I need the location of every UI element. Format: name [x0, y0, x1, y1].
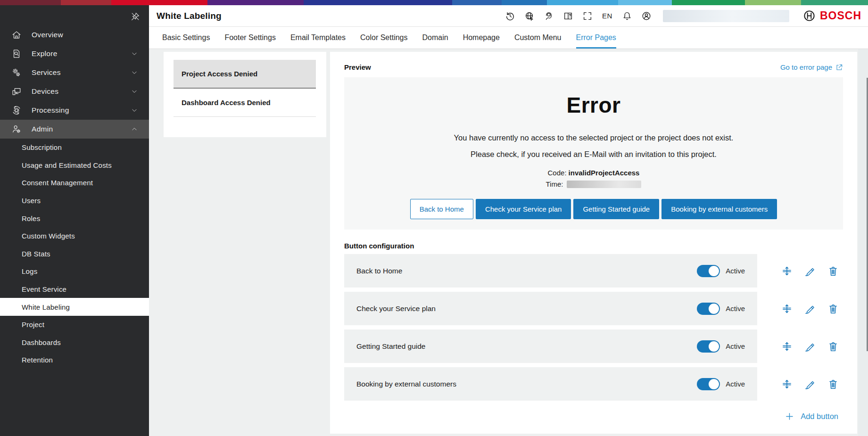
- delete-trash-icon[interactable]: [827, 378, 839, 390]
- sidebar-item-processing[interactable]: Processing: [0, 101, 149, 120]
- user-avatar-icon[interactable]: [641, 10, 652, 22]
- page-title: White Labeling: [157, 11, 222, 21]
- tab-bar: Basic Settings Footer Settings Email Tem…: [149, 27, 868, 49]
- unpin-sidebar-icon[interactable]: [130, 11, 141, 22]
- tab-footer-settings[interactable]: Footer Settings: [224, 27, 276, 49]
- sidebar-item-admin[interactable]: Admin: [0, 120, 149, 139]
- tab-homepage[interactable]: Homepage: [463, 27, 500, 49]
- reorder-icon[interactable]: [781, 340, 793, 353]
- reorder-icon[interactable]: [781, 265, 793, 277]
- status-label: Active: [726, 380, 745, 388]
- sidebar-item-label: Admin: [32, 125, 53, 133]
- error-page-detail: Preview Go to error page Error You have …: [330, 52, 857, 434]
- sidebar-item-label: Processing: [32, 106, 69, 115]
- sub-item-label: Users: [22, 197, 41, 205]
- preview-button-booking-external-customers[interactable]: Booking by external customers: [661, 199, 777, 219]
- tab-basic-settings[interactable]: Basic Settings: [162, 27, 210, 49]
- sidebar: Overview Explore Services Devices: [0, 5, 149, 436]
- edit-pencil-icon[interactable]: [804, 378, 816, 390]
- button-config-row: Booking by external customers Active: [344, 367, 843, 401]
- toggle-knob: [709, 379, 719, 389]
- sidebar-item-retention[interactable]: Retention: [0, 351, 149, 369]
- preview-button-back-to-home[interactable]: Back to Home: [410, 199, 473, 219]
- sidebar-item-dashboards[interactable]: Dashboards: [0, 334, 149, 352]
- tab-email-templates[interactable]: Email Templates: [290, 27, 346, 49]
- status-label: Active: [726, 342, 745, 350]
- config-row-state: Active: [697, 303, 745, 315]
- support-icon[interactable]: [543, 10, 554, 22]
- sidebar-item-users[interactable]: Users: [0, 192, 149, 210]
- sidebar-item-devices[interactable]: Devices: [0, 82, 149, 101]
- tab-error-pages[interactable]: Error Pages: [576, 27, 616, 49]
- go-to-error-page-link[interactable]: Go to error page: [780, 63, 843, 71]
- sidebar-item-overview[interactable]: Overview: [0, 25, 149, 44]
- delete-trash-icon[interactable]: [827, 340, 839, 353]
- tab-custom-menu[interactable]: Custom Menu: [514, 27, 562, 49]
- fullscreen-icon[interactable]: [582, 10, 593, 22]
- sidebar-item-db-stats[interactable]: DB Stats: [0, 245, 149, 263]
- notifications-bell-icon[interactable]: [621, 10, 633, 22]
- language-selector[interactable]: EN: [601, 12, 613, 20]
- error-code-line: Code:invalidProjectAccess: [344, 169, 843, 177]
- button-config-row: Back to Home Active: [344, 254, 843, 288]
- config-row-back-to-home: Back to Home Active: [344, 254, 757, 288]
- error-preview-message-1: You have currently no access to the sele…: [344, 133, 843, 142]
- reorder-icon[interactable]: [781, 303, 793, 315]
- config-row-state: Active: [697, 340, 745, 353]
- sidebar-item-custom-widgets[interactable]: Custom Widgets: [0, 227, 149, 245]
- list-item-dashboard-access-denied[interactable]: Dashboard Access Denied: [174, 89, 316, 117]
- preview-button-check-service-plan[interactable]: Check your Service plan: [476, 199, 571, 219]
- history-icon[interactable]: [504, 10, 516, 22]
- error-preview-title: Error: [344, 92, 843, 118]
- sidebar-item-logs[interactable]: Logs: [0, 263, 149, 280]
- error-time-line: Time:: [344, 180, 843, 188]
- error-code-value: invalidProjectAccess: [569, 169, 640, 177]
- edit-pencil-icon[interactable]: [804, 303, 816, 315]
- delete-trash-icon[interactable]: [827, 303, 839, 315]
- sidebar-item-consent-management[interactable]: Consent Management: [0, 174, 149, 192]
- sidebar-item-label: Explore: [32, 49, 58, 58]
- sidebar-item-explore[interactable]: Explore: [0, 44, 149, 63]
- sub-item-label: Custom Widgets: [22, 232, 75, 240]
- tab-domain[interactable]: Domain: [422, 27, 448, 49]
- active-toggle[interactable]: [697, 378, 720, 390]
- external-link-icon: [835, 64, 843, 71]
- sidebar-item-subscription[interactable]: Subscription: [0, 139, 149, 156]
- sidebar-item-label: Devices: [32, 87, 58, 96]
- delete-trash-icon[interactable]: [827, 265, 839, 277]
- active-toggle[interactable]: [697, 340, 720, 353]
- config-row-getting-started-guide: Getting Started guide Active: [344, 329, 757, 363]
- sidebar-item-services[interactable]: Services: [0, 63, 149, 82]
- add-button[interactable]: Add button: [785, 411, 838, 421]
- active-toggle[interactable]: [697, 303, 720, 315]
- edit-pencil-icon[interactable]: [804, 340, 816, 353]
- bosch-logo: BOSCH: [803, 9, 861, 22]
- sidebar-item-roles[interactable]: Roles: [0, 209, 149, 227]
- button-config-row: Check your Service plan Active: [344, 292, 843, 325]
- header-actions: EN BOSCH: [504, 9, 863, 22]
- tab-color-settings[interactable]: Color Settings: [360, 27, 408, 49]
- status-label: Active: [726, 304, 745, 313]
- toggle-knob: [709, 341, 719, 352]
- button-config-row: Getting Started guide Active: [344, 329, 843, 363]
- globe-icon[interactable]: [524, 10, 535, 22]
- sub-item-label: Subscription: [22, 143, 62, 151]
- sidebar-item-event-service[interactable]: Event Service: [0, 280, 149, 298]
- sidebar-item-project[interactable]: Project: [0, 316, 149, 334]
- help-book-icon[interactable]: [562, 10, 574, 22]
- button-configuration-heading: Button configuration: [344, 242, 843, 250]
- edit-pencil-icon[interactable]: [804, 265, 816, 277]
- config-row-state: Active: [697, 378, 745, 390]
- preview-button-getting-started-guide[interactable]: Getting Started guide: [573, 199, 659, 219]
- chevron-down-icon: [131, 88, 138, 95]
- chevron-down-icon: [131, 69, 138, 76]
- error-code-label: Code:: [548, 169, 567, 177]
- sub-item-label: Roles: [22, 214, 40, 222]
- active-toggle[interactable]: [697, 265, 720, 277]
- sidebar-item-usage-and-estimated-costs[interactable]: Usage and Estimated Costs: [0, 156, 149, 174]
- list-item-project-access-denied[interactable]: Project Access Denied: [174, 60, 316, 89]
- sidebar-item-white-labeling[interactable]: White Labeling: [0, 298, 149, 316]
- sub-item-label: White Labeling: [22, 303, 70, 311]
- reorder-icon[interactable]: [781, 378, 793, 390]
- scrollbar[interactable]: [858, 49, 868, 436]
